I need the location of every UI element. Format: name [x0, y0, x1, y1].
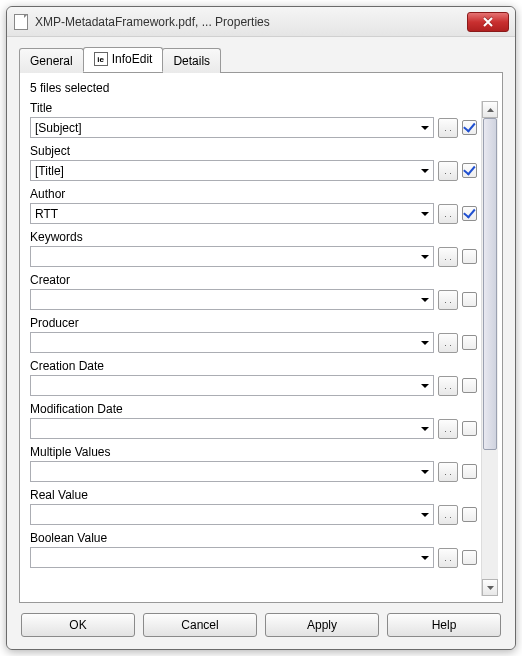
- tab-details[interactable]: Details: [162, 48, 221, 73]
- tab-label: Details: [173, 54, 210, 68]
- field-action-button[interactable]: . .: [438, 548, 458, 568]
- tab-label: General: [30, 54, 73, 68]
- field-enable-checkbox[interactable]: [462, 378, 477, 393]
- field-label: Real Value: [30, 488, 477, 502]
- chevron-down-icon: [421, 126, 429, 130]
- field-combo[interactable]: [30, 375, 434, 396]
- field-label: Producer: [30, 316, 477, 330]
- field-enable-checkbox[interactable]: [462, 206, 477, 221]
- field-enable-checkbox[interactable]: [462, 249, 477, 264]
- field-group: AuthorRTT. .: [30, 187, 477, 224]
- combo-value: RTT: [35, 207, 421, 221]
- chevron-down-icon: [421, 212, 429, 216]
- infoedit-icon: ie: [94, 52, 108, 66]
- field-combo[interactable]: [30, 332, 434, 353]
- field-label: Multiple Values: [30, 445, 477, 459]
- tabpanel-infoedit: 5 files selected Title[Subject]. .Subjec…: [19, 72, 503, 603]
- field-combo[interactable]: [30, 418, 434, 439]
- field-action-button[interactable]: . .: [438, 247, 458, 267]
- titlebar[interactable]: XMP-MetadataFramework.pdf, ... Propertie…: [7, 7, 515, 37]
- button-label: Apply: [307, 618, 337, 632]
- field-group: Modification Date. .: [30, 402, 477, 439]
- combo-value: [Title]: [35, 164, 421, 178]
- field-row: [Title]. .: [30, 160, 477, 181]
- scroll-thumb[interactable]: [483, 118, 497, 450]
- fields-list: Title[Subject]. .Subject[Title]. .Author…: [30, 101, 481, 596]
- chevron-down-icon: [421, 384, 429, 388]
- field-combo[interactable]: [30, 461, 434, 482]
- field-enable-checkbox[interactable]: [462, 421, 477, 436]
- help-button[interactable]: Help: [387, 613, 501, 637]
- field-row: [Subject]. .: [30, 117, 477, 138]
- apply-button[interactable]: Apply: [265, 613, 379, 637]
- field-row: . .: [30, 461, 477, 482]
- button-label: Help: [432, 618, 457, 632]
- ok-button[interactable]: OK: [21, 613, 135, 637]
- field-enable-checkbox[interactable]: [462, 464, 477, 479]
- field-row: . .: [30, 332, 477, 353]
- chevron-down-icon: [421, 556, 429, 560]
- field-label: Subject: [30, 144, 477, 158]
- field-combo[interactable]: [30, 289, 434, 310]
- field-group: Title[Subject]. .: [30, 101, 477, 138]
- field-action-button[interactable]: . .: [438, 204, 458, 224]
- chevron-down-icon: [421, 341, 429, 345]
- field-enable-checkbox[interactable]: [462, 120, 477, 135]
- scroll-track[interactable]: [482, 118, 498, 579]
- button-label: Cancel: [181, 618, 218, 632]
- content-area: General ie InfoEdit Details 5 files sele…: [7, 37, 515, 603]
- field-combo[interactable]: [Subject]: [30, 117, 434, 138]
- field-label: Boolean Value: [30, 531, 477, 545]
- field-group: Producer. .: [30, 316, 477, 353]
- field-label: Modification Date: [30, 402, 477, 416]
- field-enable-checkbox[interactable]: [462, 163, 477, 178]
- field-action-button[interactable]: . .: [438, 333, 458, 353]
- field-enable-checkbox[interactable]: [462, 507, 477, 522]
- vertical-scrollbar[interactable]: [481, 101, 498, 596]
- field-group: Creation Date. .: [30, 359, 477, 396]
- scroll-down-button[interactable]: [482, 579, 498, 596]
- chevron-down-icon: [487, 586, 494, 590]
- cancel-button[interactable]: Cancel: [143, 613, 257, 637]
- tabstrip: General ie InfoEdit Details: [19, 47, 503, 72]
- field-combo[interactable]: [30, 246, 434, 267]
- field-group: Multiple Values. .: [30, 445, 477, 482]
- selection-status: 5 files selected: [30, 79, 498, 101]
- field-combo[interactable]: [30, 504, 434, 525]
- field-group: Keywords. .: [30, 230, 477, 267]
- field-combo[interactable]: [30, 547, 434, 568]
- button-bar: OK Cancel Apply Help: [7, 603, 515, 649]
- field-action-button[interactable]: . .: [438, 376, 458, 396]
- chevron-down-icon: [421, 427, 429, 431]
- button-label: OK: [69, 618, 86, 632]
- tab-general[interactable]: General: [19, 48, 84, 73]
- combo-value: [Subject]: [35, 121, 421, 135]
- field-enable-checkbox[interactable]: [462, 292, 477, 307]
- field-row: . .: [30, 418, 477, 439]
- field-group: Subject[Title]. .: [30, 144, 477, 181]
- field-action-button[interactable]: . .: [438, 161, 458, 181]
- field-enable-checkbox[interactable]: [462, 550, 477, 565]
- field-group: Real Value. .: [30, 488, 477, 525]
- field-row: . .: [30, 289, 477, 310]
- field-row: RTT. .: [30, 203, 477, 224]
- field-enable-checkbox[interactable]: [462, 335, 477, 350]
- scroll-up-button[interactable]: [482, 101, 498, 118]
- close-button[interactable]: [467, 12, 509, 32]
- field-row: . .: [30, 375, 477, 396]
- field-action-button[interactable]: . .: [438, 505, 458, 525]
- field-action-button[interactable]: . .: [438, 419, 458, 439]
- field-combo[interactable]: [Title]: [30, 160, 434, 181]
- field-action-button[interactable]: . .: [438, 118, 458, 138]
- window-title: XMP-MetadataFramework.pdf, ... Propertie…: [35, 15, 467, 29]
- field-action-button[interactable]: . .: [438, 290, 458, 310]
- tab-infoedit[interactable]: ie InfoEdit: [83, 47, 164, 72]
- field-combo[interactable]: RTT: [30, 203, 434, 224]
- field-action-button[interactable]: . .: [438, 462, 458, 482]
- chevron-down-icon: [421, 470, 429, 474]
- field-row: . .: [30, 246, 477, 267]
- field-label: Creator: [30, 273, 477, 287]
- chevron-down-icon: [421, 298, 429, 302]
- tab-label: InfoEdit: [112, 52, 153, 66]
- scroll-area: Title[Subject]. .Subject[Title]. .Author…: [30, 101, 498, 596]
